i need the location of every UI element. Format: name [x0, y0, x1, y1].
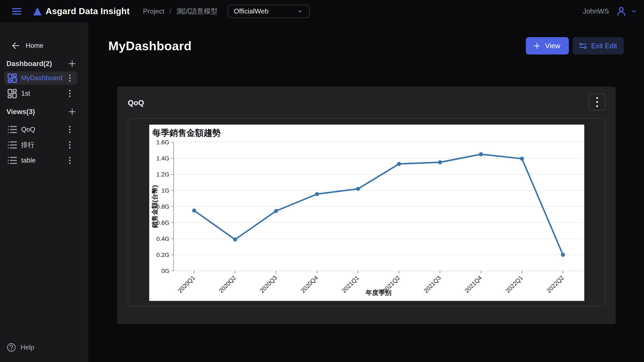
chevron-down-icon — [297, 8, 304, 15]
dashboard-item-menu-button[interactable] — [65, 88, 74, 99]
sidebar-item-table[interactable]: table — [4, 154, 77, 167]
home-label: Home — [26, 42, 44, 50]
view-button-label: View — [545, 42, 560, 50]
username: JohnWS — [583, 7, 609, 15]
sidebar-item-1st[interactable]: 1st — [4, 87, 77, 100]
svg-text:銷售金額(台幣): 銷售金額(台幣) — [151, 185, 158, 228]
dashboard-section-label: Dashboard(2) — [6, 60, 52, 68]
add-view-button-main[interactable]: View — [526, 37, 569, 55]
svg-text:每季銷售金額趨勢: 每季銷售金額趨勢 — [152, 128, 221, 137]
svg-text:2020Q4: 2020Q4 — [299, 274, 319, 294]
app-title: Asgard Data Insight — [46, 6, 130, 16]
svg-text:0.6G: 0.6G — [156, 219, 169, 226]
svg-text:2020Q3: 2020Q3 — [258, 274, 278, 294]
qoq-widget-card: QoQ 0G0.2G0.4G0.6G0.8G1G1.2G1.4G1.6G2020… — [117, 87, 616, 324]
breadcrumb-model[interactable]: 測試語意模型 — [176, 7, 218, 16]
arrow-left-icon — [11, 41, 20, 50]
app-logo-triangle-icon — [33, 7, 42, 16]
svg-text:2020Q2: 2020Q2 — [217, 274, 237, 294]
dashboard-section-header: Dashboard(2) — [0, 57, 88, 70]
help-icon — [6, 342, 16, 352]
qoq-chart-svg: 0G0.2G0.4G0.6G0.8G1G1.2G1.4G1.6G2020Q120… — [149, 125, 584, 301]
help-button[interactable]: Help — [0, 341, 88, 353]
add-dashboard-button[interactable] — [67, 59, 77, 69]
svg-text:1.2G: 1.2G — [156, 171, 169, 178]
svg-text:1G: 1G — [161, 187, 169, 194]
sidebar-item-home[interactable]: Home — [0, 39, 88, 52]
add-view-button[interactable] — [67, 107, 77, 117]
widget-title: QoQ — [128, 98, 144, 107]
project-select-value: OfficialWeb — [234, 7, 268, 15]
dashboard-grid-icon — [7, 88, 17, 99]
dashboard-item-label: MyDashboard — [21, 74, 65, 82]
svg-text:0G: 0G — [161, 268, 169, 274]
user-menu[interactable]: JohnWS — [583, 6, 644, 17]
sidebar-item-ranking[interactable]: 排行 — [4, 138, 77, 152]
view-item-menu-button[interactable] — [65, 155, 74, 166]
svg-text:2022Q1: 2022Q1 — [504, 274, 524, 294]
view-item-label: 排行 — [21, 140, 65, 149]
qoq-chart: 0G0.2G0.4G0.6G0.8G1G1.2G1.4G1.6G2020Q120… — [149, 125, 584, 301]
svg-text:0.2G: 0.2G — [156, 252, 169, 258]
views-section-header: Views(3) — [0, 105, 88, 118]
sliders-icon — [579, 42, 587, 50]
svg-text:年度季別: 年度季別 — [366, 289, 391, 296]
svg-text:2021Q1: 2021Q1 — [340, 274, 360, 294]
widget-menu-button[interactable] — [589, 94, 606, 110]
list-icon — [7, 140, 17, 150]
view-item-menu-button[interactable] — [65, 124, 74, 135]
svg-text:2021Q3: 2021Q3 — [422, 274, 442, 294]
project-select[interactable]: OfficialWeb — [228, 5, 310, 18]
plus-icon — [533, 42, 541, 50]
views-section-label: Views(3) — [6, 108, 35, 116]
svg-text:2022Q2: 2022Q2 — [545, 274, 565, 294]
dashboard-item-menu-button[interactable] — [65, 72, 74, 84]
svg-text:2021Q4: 2021Q4 — [463, 274, 483, 294]
sidebar: Home Dashboard(2) MyDashboard 1st Views(… — [0, 23, 88, 362]
kebab-icon — [594, 95, 600, 109]
dashboard-item-label: 1st — [21, 90, 65, 97]
user-icon — [616, 6, 626, 17]
svg-text:1.4G: 1.4G — [156, 155, 169, 162]
page-title: MyDashboard — [108, 39, 192, 53]
top-bar: Asgard Data Insight Project / 測試語意模型 Off… — [0, 0, 644, 23]
view-item-label: table — [21, 156, 65, 164]
dashboard-grid-icon — [7, 73, 17, 83]
svg-text:0.4G: 0.4G — [156, 236, 169, 242]
list-icon — [7, 124, 17, 135]
help-label: Help — [20, 343, 34, 351]
view-item-label: QoQ — [21, 126, 65, 133]
sidebar-item-qoq[interactable]: QoQ — [4, 123, 77, 136]
svg-text:2020Q1: 2020Q1 — [176, 274, 196, 294]
view-item-menu-button[interactable] — [65, 139, 74, 151]
hamburger-menu-icon[interactable] — [12, 7, 22, 16]
list-icon — [7, 155, 17, 165]
chevron-down-icon — [630, 8, 638, 15]
breadcrumb-project[interactable]: Project — [143, 7, 164, 15]
exit-edit-button[interactable]: Exit Edit — [573, 37, 624, 55]
sidebar-item-mydashboard[interactable]: MyDashboard — [4, 71, 77, 85]
svg-text:1.6G: 1.6G — [156, 139, 169, 146]
main-content: MyDashboard View Exit Edit QoQ 0G0.2G0.4… — [88, 23, 644, 362]
breadcrumb-separator: / — [170, 8, 171, 15]
svg-text:0.8G: 0.8G — [156, 203, 169, 210]
exit-edit-button-label: Exit Edit — [591, 42, 617, 50]
chart-panel: 0G0.2G0.4G0.6G0.8G1G1.2G1.4G1.6G2020Q120… — [128, 118, 606, 306]
